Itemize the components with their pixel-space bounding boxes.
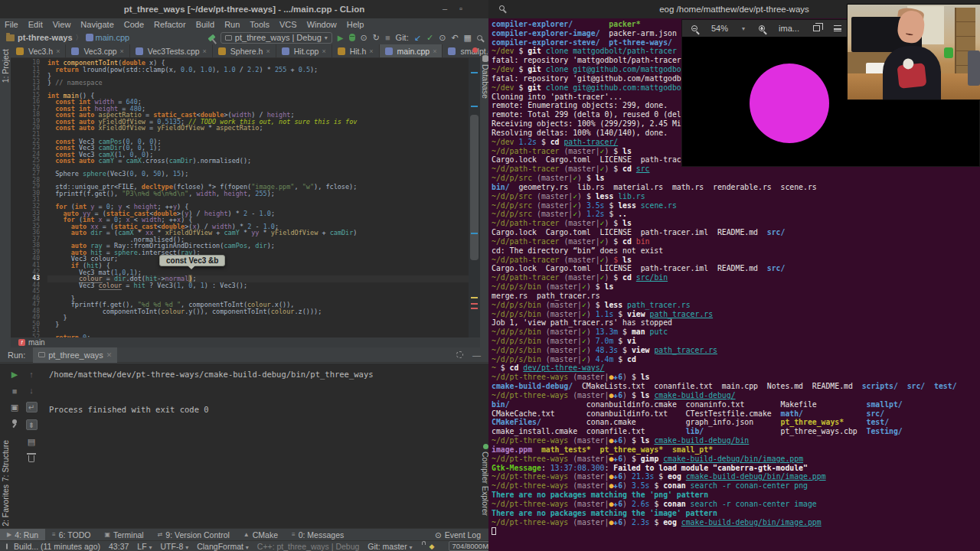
editor-gutter[interactable]: 101112131415▶161718192021222324252627282… (11, 60, 43, 337)
debug-button[interactable] (349, 34, 355, 41)
hamburger-menu-icon[interactable] (834, 25, 841, 31)
menu-item-window[interactable]: Window (307, 20, 337, 29)
run-config-select[interactable]: pt_three_ways | Debug ▾ (220, 32, 332, 44)
wrench-icon[interactable]: ◆ (430, 543, 435, 550)
scrollbar-thumb[interactable] (470, 115, 479, 260)
toolwindow-terminal[interactable]: ▣Terminal (97, 529, 150, 541)
toolwindow-toggle-icon[interactable] (6, 543, 8, 549)
menu-item-file[interactable]: File (5, 20, 18, 29)
menu-item-view[interactable]: View (53, 20, 71, 29)
error-indicator-icon[interactable] (472, 47, 478, 53)
caret-position[interactable]: 43:37 (109, 542, 129, 551)
git-commit-icon[interactable]: ✓ (426, 33, 433, 43)
search-icon[interactable] (499, 5, 505, 11)
tab-hit.h[interactable]: Hit.h× (332, 44, 380, 57)
stripe-mark (471, 72, 478, 73)
tab-hit.cpp[interactable]: Hit.cpp× (276, 44, 332, 57)
tab-sphere.h[interactable]: Sphere.h× (213, 44, 276, 57)
run-output-panel[interactable]: ▶ ■ ▣ ↑ ↓ ↵ ⇟ ▤ /home/matthew/dev/pt-thr… (0, 364, 488, 528)
close-tab-icon[interactable]: × (266, 47, 270, 55)
close-tab-icon[interactable]: × (433, 47, 436, 55)
menu-item-tools[interactable]: Tools (250, 20, 270, 29)
rerun-button[interactable]: ↻ (373, 33, 380, 43)
history-icon[interactable]: ⊙ (439, 33, 446, 43)
toolwindow-4-run[interactable]: ▶4: Run (0, 529, 45, 541)
menu-item-build[interactable]: Build (196, 20, 214, 29)
sidebar-item-structure[interactable]: 7: Structure (1, 440, 10, 481)
toolwindow-0-messages[interactable]: ≡0: Messages (285, 529, 351, 541)
menu-item-refactor[interactable]: Refactor (154, 20, 186, 29)
split-icon[interactable]: ▣ (11, 403, 18, 412)
gear-icon[interactable] (456, 351, 463, 358)
zoom-in-icon[interactable] (759, 25, 765, 31)
terminal-token: (master| (573, 481, 609, 490)
format-select[interactable]: ClangFormat ▾ (197, 542, 249, 551)
gallery-icon[interactable] (813, 25, 820, 31)
menu-item-code[interactable]: Code (124, 20, 144, 29)
close-tab-icon[interactable]: × (322, 47, 325, 55)
git-update-icon[interactable]: ↙ (414, 33, 421, 43)
scroll-end-icon[interactable]: ⇟ (26, 419, 38, 430)
soft-wrap-icon[interactable]: ↵ (26, 402, 38, 412)
up-stack-icon[interactable]: ↑ (29, 370, 34, 379)
tab-vec3.h[interactable]: Vec3.h× (11, 44, 66, 57)
print-icon[interactable]: ▤ (28, 437, 35, 447)
zoom-level[interactable]: 54% (711, 24, 728, 33)
code-token: colour (99, 282, 122, 290)
toolwindow-9-version-control[interactable]: ⇄9: Version Control (151, 529, 237, 541)
menu-item-navigate[interactable]: Navigate (80, 20, 113, 29)
zoom-out-icon[interactable] (691, 25, 697, 31)
close-tab-icon[interactable]: × (120, 47, 124, 55)
terminal-token: cd (622, 273, 632, 282)
editor-scrollbar[interactable] (469, 58, 480, 337)
code-area[interactable]: int componentToInt(double x) { return lr… (47, 60, 467, 337)
pin-icon[interactable] (12, 419, 17, 424)
memory-indicator[interactable]: 704/8000M (449, 541, 493, 551)
menu-item-vcs[interactable]: VCS (279, 20, 297, 29)
tab-vec3.cpp[interactable]: Vec3.cpp× (66, 44, 129, 57)
terminal-token: path_tracer.rs (627, 301, 691, 309)
maximize-icon[interactable]: ▫ (459, 4, 462, 14)
breadcrumb-file[interactable]: main.cpp (96, 33, 130, 42)
close-tab-icon[interactable]: × (56, 47, 60, 55)
breadcrumb-project[interactable]: pt-three-ways (18, 33, 73, 42)
chevron-down-icon[interactable]: ▾ (742, 25, 745, 32)
close-tab-icon[interactable]: ✕ (106, 351, 113, 359)
encoding-select[interactable]: UTF-8 ▾ (161, 542, 189, 551)
build-status[interactable]: Build... (11 minutes ago) (14, 542, 100, 551)
sidebar-item-favorites[interactable]: 2: Favorites (1, 484, 10, 527)
profile-button[interactable]: ⊙ (361, 33, 368, 43)
tab-vec3tests.cpp[interactable]: Vec3Tests.cpp× (130, 44, 213, 57)
code-editor[interactable]: 101112131415▶161718192021222324252627282… (11, 58, 469, 337)
run-button[interactable]: ▶ (338, 34, 344, 42)
terminal-token: search -r conan-center png (691, 481, 808, 490)
menu-item-run[interactable]: Run (224, 20, 240, 29)
line-ending-select[interactable]: LF ▾ (137, 542, 152, 551)
terminal-token: (master| (537, 201, 573, 210)
close-tab-icon[interactable]: × (369, 47, 373, 55)
terminal-token: (master| (573, 455, 609, 463)
rollback-icon[interactable]: ↶ (451, 33, 458, 43)
menu-item-edit[interactable]: Edit (28, 20, 43, 29)
terminal-token: $ (627, 373, 641, 381)
rerun-icon[interactable]: ▶ (11, 370, 18, 380)
build-hammer-icon[interactable] (207, 34, 215, 41)
event-log-button[interactable]: ⊙Event Log (435, 530, 488, 540)
git-branch[interactable]: Git: master ▾ (368, 542, 412, 551)
sidebar-item-project[interactable]: 1: Project (1, 49, 10, 83)
hide-panel-icon[interactable]: — (472, 350, 481, 360)
toolwindow-6-todo[interactable]: ≡6: TODO (45, 529, 97, 541)
menu-item-help[interactable]: Help (347, 20, 364, 29)
diff-icon[interactable]: ▦ (464, 33, 472, 43)
clear-output-icon[interactable] (28, 455, 34, 462)
toolwindow-cmake[interactable]: ▲CMake (237, 529, 285, 541)
close-tab-icon[interactable]: × (203, 47, 207, 55)
run-console-tab[interactable]: pt_three_ways ✕ (33, 347, 117, 363)
minimize-icon[interactable]: – (443, 4, 447, 14)
terminal-token: (master| (573, 500, 609, 508)
function-name[interactable]: main (28, 338, 45, 347)
down-stack-icon[interactable]: ↓ (29, 386, 34, 395)
tab-main.cpp[interactable]: main.cpp× (380, 44, 443, 57)
search-everywhere-icon[interactable] (477, 35, 482, 41)
resolve-context[interactable]: C++: pt_three_ways | Debug (257, 542, 359, 551)
